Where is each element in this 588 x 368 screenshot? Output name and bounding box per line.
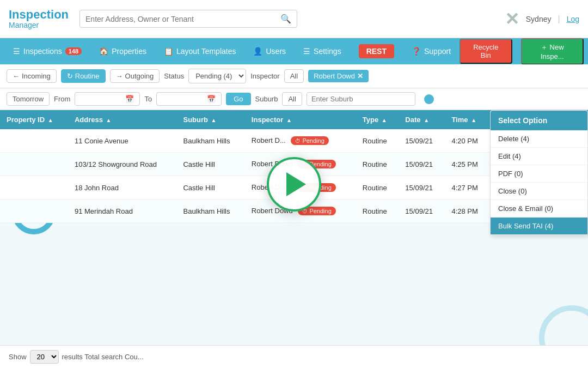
nav-item-support[interactable]: ❓ Support	[403, 38, 460, 64]
recycle-bin-button[interactable]: Recycle Bin	[460, 39, 512, 64]
rest-button[interactable]: REST	[359, 44, 394, 58]
cell-type: Routine	[356, 200, 399, 223]
cell-address: 18 John Road	[68, 176, 177, 200]
play-circle[interactable]	[267, 157, 321, 212]
sort-arrow-property-id: ▲	[48, 117, 53, 123]
cell-date: 15/09/21	[399, 200, 445, 223]
new-inspection-button[interactable]: ＋ New Inspe...	[521, 38, 584, 65]
inspections-badge: 148	[65, 47, 82, 55]
filter-tab-routine[interactable]: ↻ Routine	[61, 69, 106, 83]
cell-time: 4:28 PM	[445, 200, 490, 223]
nav-item-properties[interactable]: 🏠 Properties	[90, 38, 155, 64]
header-city: Sydney	[526, 15, 552, 23]
cell-date: 15/09/21	[399, 153, 445, 176]
cell-property-id	[0, 176, 68, 200]
close-x-icon[interactable]: ✕	[505, 9, 519, 29]
nav-item-rest[interactable]: REST	[350, 38, 403, 64]
support-icon: ❓	[412, 47, 421, 56]
outgoing-label: Outgoing	[125, 72, 154, 80]
cell-property-id	[0, 129, 68, 153]
header-logout[interactable]: Log	[567, 15, 579, 23]
inspector-tag-close-icon[interactable]: ✕	[357, 72, 363, 80]
select-option-pdf[interactable]: PDF (0)	[491, 165, 587, 183]
status-filter-label: Status	[164, 72, 184, 80]
nav-item-inspections[interactable]: ☰ Inspections 148	[4, 38, 90, 64]
inspections-label: Inspections	[23, 47, 62, 56]
routine-label: Routine	[75, 72, 100, 80]
date-row: Tomorrow From 📅 To 📅 Go Suburb All	[0, 88, 588, 110]
cell-suburb: Baulkham Hills	[176, 200, 244, 223]
cell-time: 4:20 PM	[445, 129, 490, 153]
sort-arrow-date: ▲	[424, 117, 429, 123]
show-count-select[interactable]: 20	[30, 350, 59, 364]
inspections-icon: ☰	[13, 47, 20, 56]
nav-item-layout-templates[interactable]: 📋 Layout Templates	[155, 38, 244, 64]
tomorrow-button[interactable]: Tomorrow	[7, 92, 50, 106]
go-button[interactable]: Go	[226, 93, 250, 105]
select-option-dropdown: Select Option Delete (4) Edit (4) PDF (0…	[490, 110, 588, 236]
from-date-input-wrapper[interactable]: 📅	[75, 92, 140, 106]
select-option-edit[interactable]: Edit (4)	[491, 148, 587, 165]
play-button-overlay[interactable]	[267, 157, 321, 212]
incoming-label: Incoming	[22, 72, 51, 80]
col-property-id[interactable]: Property ID ▲	[0, 110, 68, 129]
status-filter-select[interactable]: Pending (4)	[188, 69, 246, 83]
col-time[interactable]: Time ▲	[445, 110, 490, 129]
nav-item-users[interactable]: 👤 Users	[244, 38, 295, 64]
cell-type: Routine	[356, 129, 399, 153]
navigation-bar: ☰ Inspections 148 🏠 Properties 📋 Layout …	[0, 38, 588, 64]
inspector-filter-label: Inspector	[250, 72, 279, 80]
cell-inspector: Robert D... ⏱ Pending	[245, 129, 356, 153]
suburb-label: Suburb	[255, 95, 278, 103]
support-label: Support	[424, 47, 451, 56]
cell-date: 15/09/21	[399, 129, 445, 153]
suburb-input[interactable]	[307, 92, 415, 106]
select-option-delete[interactable]: Delete (4)	[491, 130, 587, 148]
cell-time: 4:25 PM	[445, 153, 490, 176]
search-icon[interactable]: 🔍	[280, 14, 291, 24]
calendar-icon-from[interactable]: 📅	[125, 95, 134, 103]
logo-manager-text: Manager	[9, 21, 69, 29]
layout-templates-icon: 📋	[164, 47, 173, 56]
select-option-bulk-send[interactable]: Bulk Send TAI (4)	[491, 218, 587, 235]
search-bar[interactable]: 🔍	[79, 10, 297, 28]
cell-type: Routine	[356, 153, 399, 176]
layout-templates-label: Layout Templates	[176, 47, 236, 56]
col-suburb[interactable]: Suburb ▲	[176, 110, 244, 129]
results-label: results Total search Cou...	[62, 353, 144, 361]
users-label: Users	[266, 47, 286, 56]
to-date-input-wrapper[interactable]: 📅	[156, 92, 222, 106]
cell-suburb: Castle Hill	[176, 153, 244, 176]
sort-arrow-suburb: ▲	[211, 117, 217, 123]
to-date-input[interactable]	[161, 95, 205, 103]
filter-tab-outgoing[interactable]: → Outgoing	[110, 69, 160, 83]
outgoing-icon: →	[116, 72, 123, 80]
sort-arrow-address: ▲	[106, 117, 112, 123]
col-inspector[interactable]: Inspector ▲	[245, 110, 356, 129]
from-date-input[interactable]	[79, 95, 123, 103]
header-right: ✕ Sydney | Log	[505, 9, 579, 29]
select-option-close[interactable]: Close (0)	[491, 183, 587, 200]
blue-dot-indicator	[424, 94, 434, 104]
settings-label: Settings	[314, 47, 341, 56]
nav-item-settings[interactable]: ☰ Settings	[295, 38, 350, 64]
cell-suburb: Baulkham Hills	[176, 129, 244, 153]
suburb-all-button[interactable]: All	[282, 92, 302, 106]
col-address[interactable]: Address ▲	[68, 110, 177, 129]
cell-property-id	[0, 200, 68, 223]
col-date[interactable]: Date ▲	[399, 110, 445, 129]
sort-arrow-time: ▲	[471, 117, 476, 123]
calendar-icon-to[interactable]: 📅	[207, 95, 216, 103]
bottom-bar: Show 20 results Total search Cou...	[0, 345, 588, 368]
show-label: Show	[9, 353, 27, 361]
cell-address: 11 Conie Avenue	[68, 129, 177, 153]
inspector-all-button[interactable]: All	[284, 69, 304, 83]
select-option-close-email[interactable]: Close & Email (0)	[491, 200, 587, 218]
cell-suburb: Castle Hill	[176, 176, 244, 200]
filters-row: ← Incoming ↻ Routine → Outgoing Status P…	[0, 64, 588, 88]
filter-tab-incoming[interactable]: ← Incoming	[7, 69, 57, 83]
play-triangle-icon	[286, 172, 306, 196]
search-input[interactable]	[85, 15, 276, 23]
col-type[interactable]: Type ▲	[356, 110, 399, 129]
properties-icon: 🏠	[99, 47, 108, 56]
